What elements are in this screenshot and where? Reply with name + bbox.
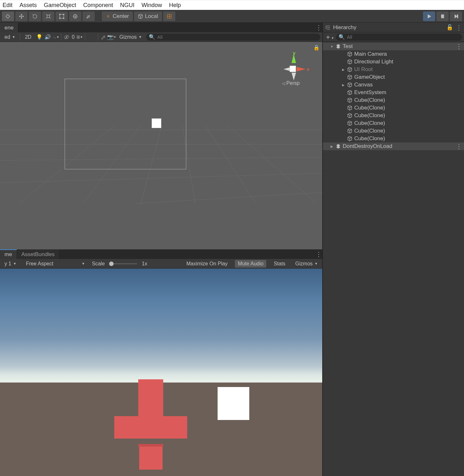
gameobject-icon: [347, 136, 352, 141]
hierarchy-item-label: Canvas: [354, 82, 373, 88]
draw-mode-dropdown[interactable]: ed▼: [2, 34, 18, 40]
hierarchy-tools: ＋▼ 🔍: [323, 32, 464, 42]
hierarchy-item-label: Directional Light: [354, 59, 393, 65]
gizmo-x-label: x: [307, 66, 309, 72]
hand-tool[interactable]: [2, 12, 14, 21]
menu-window[interactable]: Window: [141, 2, 162, 9]
gizmo-x-axis[interactable]: [297, 67, 306, 71]
gameobject-icon: [347, 105, 352, 110]
hierarchy-item[interactable]: Main Camera: [323, 50, 464, 58]
camera-icon[interactable]: 📷▼: [108, 34, 115, 40]
gizmo-projection[interactable]: ◁ Persp: [282, 80, 300, 86]
hierarchy-item[interactable]: ▶UI Root: [323, 66, 464, 73]
svg-rect-0: [47, 15, 50, 18]
display-dropdown[interactable]: y 1▼: [2, 261, 19, 267]
hierarchy-item[interactable]: Cube(Clone): [323, 96, 464, 104]
scale-tool[interactable]: [42, 12, 54, 21]
scene-tabstrip: ene ⋮: [0, 23, 322, 32]
scene-search-input[interactable]: [157, 34, 318, 40]
audio-icon[interactable]: 🔊: [44, 34, 51, 40]
hierarchy-options[interactable]: ⋮: [456, 24, 461, 31]
menu-assets[interactable]: Assets: [20, 2, 37, 9]
hierarchy-item[interactable]: Cube(Clone): [323, 127, 464, 135]
scale-label: Scale: [92, 261, 105, 267]
2d-toggle[interactable]: 2D: [22, 33, 34, 41]
game-gizmos-dropdown[interactable]: Gizmos▼: [293, 261, 320, 267]
step-button[interactable]: [450, 12, 462, 21]
gameobject-icon: [347, 82, 352, 87]
game-tab[interactable]: me: [0, 249, 17, 259]
hierarchy-item[interactable]: Directional Light: [323, 58, 464, 66]
hidden-objects-icon[interactable]: [63, 34, 70, 40]
hierarchy-lock-icon[interactable]: 🔓: [446, 24, 453, 31]
gizmo-center[interactable]: [290, 66, 296, 72]
hierarchy-header: Hierarchy 🔓 ⋮: [323, 23, 464, 32]
hierarchy-search[interactable]: 🔍: [336, 34, 462, 41]
lighting-icon[interactable]: 💡: [36, 34, 43, 40]
grid-icon[interactable]: ▼: [76, 34, 83, 40]
menu-edit[interactable]: Edit: [3, 2, 12, 9]
game-tab-options[interactable]: ⋮: [315, 249, 322, 259]
dont-destroy-options[interactable]: ⋮: [456, 142, 461, 150]
svg-point-3: [63, 14, 64, 15]
main-menu-bar: Edit Assets GameObject Component NGUI Wi…: [0, 0, 464, 10]
hierarchy-item-label: Cube(Clone): [354, 120, 385, 126]
hierarchy-item-label: Cube(Clone): [354, 128, 385, 134]
scene-options[interactable]: ⋮: [456, 43, 461, 50]
menu-help[interactable]: Help: [169, 2, 181, 9]
dont-destroy-label: DontDestroyOnLoad: [343, 143, 392, 149]
move-tool[interactable]: [15, 12, 28, 21]
hierarchy-item[interactable]: Cube(Clone): [323, 112, 464, 119]
hierarchy-item-label: Cube(Clone): [354, 97, 385, 103]
custom-tool[interactable]: [83, 12, 95, 21]
scene-tab[interactable]: ene: [0, 23, 18, 32]
svg-point-5: [63, 18, 64, 19]
scene-node[interactable]: ▼ Test ⋮: [323, 43, 464, 50]
orientation-gizmo[interactable]: y x ◁ Persp: [275, 50, 310, 87]
grid-snap-button[interactable]: [163, 12, 175, 21]
hierarchy-search-input[interactable]: [347, 34, 460, 40]
gameobject-icon: [347, 52, 352, 57]
transform-tool[interactable]: [69, 12, 81, 21]
hierarchy-item[interactable]: Cube(Clone): [323, 104, 464, 112]
svg-line-15: [0, 192, 322, 204]
maximize-toggle[interactable]: Maximize On Play: [183, 260, 230, 268]
aspect-dropdown[interactable]: Free Aspect▼: [23, 261, 87, 267]
gameobject-icon: [347, 121, 352, 126]
hierarchy-item[interactable]: EventSystem: [323, 89, 464, 96]
hierarchy-item-label: Main Camera: [354, 51, 387, 57]
gameobject-icon: [347, 59, 352, 64]
rect-tool[interactable]: [56, 12, 68, 21]
hierarchy-item[interactable]: Cube(Clone): [323, 135, 464, 142]
scene-object-cube[interactable]: [152, 118, 161, 128]
game-view[interactable]: [0, 269, 322, 476]
rotate-tool[interactable]: [29, 12, 41, 21]
scene-view[interactable]: 🔒 y x ◁ Persp: [0, 42, 322, 249]
search-icon: 🔍: [339, 34, 345, 40]
effects-dropdown[interactable]: ▼: [53, 34, 59, 40]
game-tabstrip: me AssetBundles ⋮: [0, 249, 322, 259]
pause-button[interactable]: [436, 12, 449, 21]
hierarchy-item[interactable]: ▶Canvas: [323, 81, 464, 89]
mute-toggle[interactable]: Mute Audio: [235, 260, 266, 268]
scene-search[interactable]: 🔍: [146, 34, 320, 41]
scene-lock-icon[interactable]: 🔒: [313, 44, 320, 51]
assetbundles-tab[interactable]: AssetBundles: [17, 249, 60, 259]
menu-gameobject[interactable]: GameObject: [44, 2, 76, 9]
play-button[interactable]: [423, 12, 435, 21]
gameobject-icon: [347, 113, 352, 118]
hierarchy-item[interactable]: GameObject: [323, 73, 464, 81]
scene-tab-options[interactable]: ⋮: [315, 23, 322, 32]
pivot-rotation-button[interactable]: Local: [134, 12, 162, 21]
hierarchy-item[interactable]: Cube(Clone): [323, 119, 464, 127]
pivot-mode-button[interactable]: Center: [102, 12, 133, 21]
scene-name: Test: [343, 43, 353, 50]
create-button[interactable]: ＋▼: [325, 33, 334, 41]
stats-toggle[interactable]: Stats: [271, 260, 288, 268]
menu-ngui[interactable]: NGUI: [120, 2, 134, 9]
dont-destroy-node[interactable]: ▶ DontDestroyOnLoad ⋮: [323, 142, 464, 150]
menu-component[interactable]: Component: [83, 2, 113, 9]
scale-slider[interactable]: [109, 263, 137, 264]
gizmos-dropdown[interactable]: Gizmos▼: [117, 34, 144, 40]
tools-icon[interactable]: [100, 34, 107, 40]
